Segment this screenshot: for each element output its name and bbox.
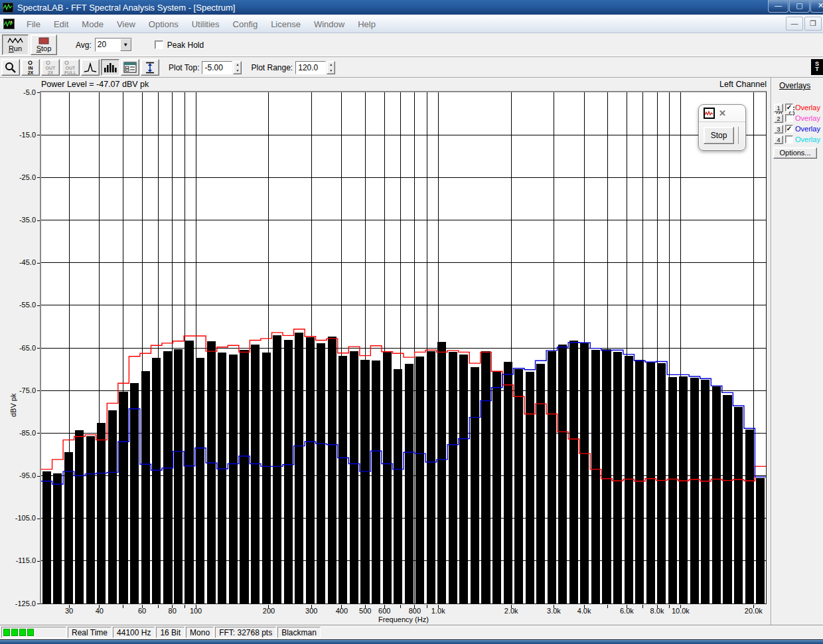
status-segment: 44100 Hz <box>113 627 155 638</box>
zoom-out-2x-button: OUT2X <box>41 59 60 76</box>
peak-hold-checkbox[interactable] <box>155 40 163 49</box>
spectrum-plot[interactable] <box>40 91 767 604</box>
stop-button-label: Stop <box>37 44 52 52</box>
mdi-restore-icon[interactable]: ❐ <box>804 17 822 31</box>
stop-button[interactable]: Stop <box>31 35 57 55</box>
overlay-label-1: Overlay <box>795 104 820 112</box>
overlay-set-button-3[interactable]: 3 <box>774 125 783 133</box>
signal-generator-icon[interactable]: ST <box>811 59 823 75</box>
overlay-label-3: Overlay <box>795 125 820 133</box>
avg-label: Avg: <box>76 40 92 50</box>
overlay-row-4: 4Overlay <box>774 135 820 144</box>
peak-curve-icon <box>84 62 97 73</box>
run-button-label: Run <box>9 44 22 52</box>
power-level-readout: Power Level = -47.07 dBV pk <box>41 80 149 89</box>
plot-range-spinner[interactable]: ▲▼ <box>327 61 335 74</box>
spectralab-window: SpectraLAB - FFT Spectral Analysis Syste… <box>0 0 823 644</box>
level-block <box>19 629 26 636</box>
up-arrow-icon: ▲ <box>327 62 335 68</box>
menu-item-view[interactable]: View <box>110 17 142 32</box>
zoom-in-2x-button[interactable]: IN2X <box>21 59 40 76</box>
plot-top-field[interactable]: -5.00 <box>202 61 232 74</box>
avg-combobox[interactable]: 20 ▼ <box>95 38 132 52</box>
overlay-row-1: 1✓Overlay <box>774 103 820 112</box>
run-button[interactable]: Run <box>2 35 29 55</box>
spectrum-view: Power Level = -47.07 dBV pk Left Channel… <box>0 78 823 625</box>
menu-item-config[interactable]: Config <box>226 17 265 32</box>
mini-stop-button[interactable]: Stop <box>704 127 734 144</box>
minimize-icon[interactable]: — <box>768 0 788 13</box>
y-tick-label: -45.0 <box>0 258 36 266</box>
menu-item-options[interactable]: Options <box>142 17 185 32</box>
overlay-set-button-1[interactable]: 1 <box>774 104 783 112</box>
mini-dialog-titlebar[interactable]: ✕ <box>699 105 745 122</box>
zoom-toolbar-buttons: IN2XOUT2XOUTFULL <box>0 59 159 76</box>
zoom-toolbar: IN2XOUT2XOUTFULL Plot Top: -5.00 ▲▼ Plot… <box>0 58 823 78</box>
menu-item-mode[interactable]: Mode <box>75 17 110 32</box>
up-arrow-icon: ▲ <box>234 62 241 68</box>
y-tick-label: -15.0 <box>0 131 36 139</box>
waveform-icon <box>7 37 23 44</box>
status-segment: Blackman <box>277 627 321 638</box>
x-axis-ticks <box>41 605 766 608</box>
y-tick-label: -65.0 <box>0 344 36 352</box>
overlay-on-checkbox-2[interactable] <box>785 114 793 122</box>
menu-item-window[interactable]: Window <box>307 17 351 32</box>
y-tick-mark <box>37 604 40 604</box>
y-tick-mark <box>37 305 40 306</box>
menu-item-file[interactable]: File <box>20 17 47 32</box>
plot-top-spinner[interactable]: ▲▼ <box>233 61 242 74</box>
avg-value: 20 <box>96 39 120 51</box>
overlay-on-checkbox-4[interactable] <box>785 135 793 143</box>
document-icon <box>3 19 15 29</box>
recorder-mini-dialog[interactable]: ✕ Stop <box>698 104 746 151</box>
menu-item-utilities[interactable]: Utilities <box>185 17 226 32</box>
maximize-icon[interactable]: ▢ <box>789 0 810 13</box>
menu-item-edit[interactable]: Edit <box>47 17 75 32</box>
y-tick-mark <box>37 135 40 135</box>
main-toolbar: Run Stop Avg: 20 ▼ Peak Hold <box>0 33 823 57</box>
down-arrow-icon: ▼ <box>327 68 335 74</box>
vertical-range-button[interactable] <box>141 59 159 76</box>
zoom-cursor-button[interactable] <box>1 59 20 76</box>
level-indicator <box>1 627 66 638</box>
chevron-down-icon[interactable]: ▼ <box>120 39 131 51</box>
overlay-set-button-2[interactable]: 2 <box>774 114 783 123</box>
display-options-button[interactable] <box>121 59 139 76</box>
overlays-title[interactable]: Overlays <box>779 81 810 90</box>
y-tick-mark <box>37 433 40 434</box>
overlay-on-checkbox-1[interactable]: ✓ <box>785 104 793 112</box>
level-block <box>3 629 10 636</box>
peak-hold-label: Peak Hold <box>167 40 204 50</box>
updown-arrow-icon <box>145 62 155 74</box>
mini-dialog-grip <box>738 127 739 144</box>
peak-curve-button[interactable] <box>81 59 100 76</box>
zoom-in-2x-icon: IN2X <box>28 60 34 75</box>
close-icon[interactable]: ✕ <box>810 0 823 13</box>
bar-chart-icon <box>104 62 117 73</box>
zoom-out-full-icon: OUTFULL <box>64 60 76 75</box>
title-bar[interactable]: SpectraLAB - FFT Spectral Analysis Syste… <box>0 0 823 15</box>
y-tick-mark <box>37 519 40 519</box>
plot-range-field[interactable]: 120.0 <box>295 61 326 74</box>
windows-taskbar-edge[interactable] <box>0 639 823 644</box>
menu-item-license[interactable]: License <box>264 17 307 32</box>
mini-close-icon[interactable]: ✕ <box>719 108 726 118</box>
overlay-row-2: 2Overlay <box>774 114 820 123</box>
status-segment: 16 Bit <box>156 627 185 638</box>
zoom-out-full-button: OUTFULL <box>61 59 80 76</box>
menu-item-help[interactable]: Help <box>351 17 382 32</box>
overlay-on-checkbox-3[interactable]: ✓ <box>785 125 793 133</box>
overlay-label-2: Overlay <box>795 114 820 122</box>
overlays-panel: Overlays Set On 1✓Overlay2Overlay3✓Overl… <box>771 78 823 625</box>
overlay-label-4: Overlay <box>795 135 820 143</box>
window-title: SpectraLAB - FFT Spectral Analysis Syste… <box>17 3 235 13</box>
down-arrow-icon: ▼ <box>234 68 241 74</box>
status-segment: Mono <box>186 627 214 638</box>
bar-display-button[interactable] <box>101 59 119 76</box>
x-axis-title: Frequency (Hz) <box>41 615 766 623</box>
y-tick-mark <box>37 348 40 349</box>
overlay-options-button[interactable]: Options... <box>773 147 817 159</box>
overlay-set-button-4[interactable]: 4 <box>774 135 783 144</box>
mdi-minimize-icon[interactable]: — <box>786 17 803 31</box>
